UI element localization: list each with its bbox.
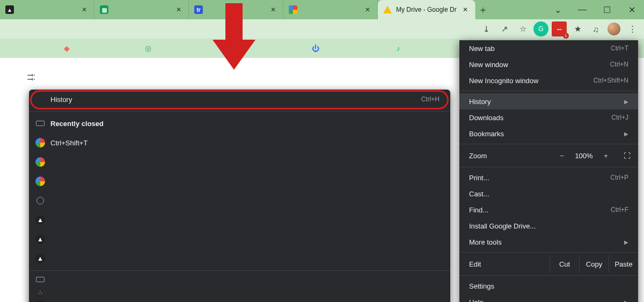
menu-more-tools[interactable]: More tools ▶ bbox=[459, 234, 638, 250]
laptop-icon bbox=[35, 275, 45, 284]
restore-shortcut: Ctrl+Shift+T bbox=[50, 139, 87, 147]
menu-install-drive[interactable]: Install Google Drive... bbox=[459, 218, 638, 234]
star-icon[interactable]: ☆ bbox=[515, 21, 530, 36]
extension-grammarly-icon[interactable]: G bbox=[533, 21, 548, 36]
chevron-right-icon: ▶ bbox=[624, 299, 628, 303]
tab-5-label: My Drive - Google Dr bbox=[396, 6, 457, 13]
close-icon[interactable]: ✕ bbox=[174, 5, 183, 14]
zoom-label: Zoom bbox=[459, 152, 552, 160]
paste-button[interactable]: Paste bbox=[609, 255, 638, 273]
dropdown-icon[interactable]: ⌄ bbox=[545, 0, 570, 19]
zoom-out-button[interactable]: − bbox=[552, 152, 572, 160]
favicon-asana-icon: ∴ bbox=[35, 288, 45, 297]
new-tab-button[interactable]: ＋ bbox=[475, 0, 491, 19]
tab-5-active[interactable]: My Drive - Google Dr ✕ bbox=[378, 0, 475, 19]
menu-shortcut: Ctrl+Shift+N bbox=[594, 77, 628, 84]
other-device-item[interactable]: ▲ bbox=[29, 299, 450, 302]
menu-label: Help bbox=[469, 298, 484, 303]
close-icon[interactable]: ✕ bbox=[363, 5, 372, 14]
menu-bookmarks[interactable]: Bookmarks ▶ bbox=[459, 126, 638, 142]
other-device-item[interactable] bbox=[29, 273, 450, 286]
menu-new-window[interactable]: New window Ctrl+N bbox=[459, 56, 638, 72]
minimize-button[interactable]: — bbox=[570, 0, 595, 19]
menu-label: More tools bbox=[469, 238, 502, 246]
menu-separator bbox=[29, 111, 450, 112]
bookmark-power[interactable]: ⏻ bbox=[309, 42, 322, 55]
page-options-button[interactable] bbox=[20, 69, 42, 86]
menu-find[interactable]: Find... Ctrl+F bbox=[459, 202, 638, 218]
tab-4[interactable]: ✕ bbox=[283, 0, 378, 19]
close-icon[interactable]: ✕ bbox=[269, 5, 277, 14]
zoom-value: 100% bbox=[572, 152, 596, 160]
recently-closed-label: Recently closed bbox=[50, 120, 104, 128]
close-icon[interactable]: ✕ bbox=[80, 5, 89, 14]
window-controls: ⌄ — ☐ ✕ bbox=[545, 0, 644, 19]
bookmark-asana[interactable]: ◆ bbox=[60, 42, 73, 55]
menu-settings[interactable]: Settings bbox=[459, 278, 638, 294]
favicon-google-icon bbox=[35, 138, 45, 148]
favicon-aa-icon: ▲ bbox=[35, 215, 45, 225]
chrome-main-menu: New tab Ctrl+T New window Ctrl+N New Inc… bbox=[459, 40, 638, 302]
browser-tab-strip: ▲ ✕ ▤ ✕ tr ✕ ✕ My Drive - Google Dr ✕ ＋ … bbox=[0, 0, 644, 19]
menu-shortcut: Ctrl+P bbox=[610, 174, 628, 181]
menu-label: New Incognito window bbox=[469, 77, 538, 85]
share-icon[interactable]: ↗ bbox=[497, 21, 512, 36]
favicon-tr-icon: tr bbox=[194, 5, 203, 14]
bookmark-whirl[interactable]: ◎ bbox=[142, 42, 155, 55]
recently-closed-item[interactable] bbox=[29, 191, 450, 210]
menu-label: History bbox=[469, 98, 491, 106]
history-menu-item[interactable]: History Ctrl+H bbox=[29, 90, 450, 109]
menu-history[interactable]: History ▶ bbox=[459, 93, 638, 109]
fullscreen-button[interactable]: ⛶ bbox=[616, 152, 638, 160]
menu-shortcut: Ctrl+N bbox=[610, 61, 628, 68]
menu-new-tab[interactable]: New tab Ctrl+T bbox=[459, 40, 638, 56]
other-device-item[interactable]: ∴ bbox=[29, 286, 450, 299]
media-control-icon[interactable]: ♫ bbox=[588, 21, 603, 36]
tab-2[interactable]: ▤ ✕ bbox=[94, 0, 189, 19]
copy-button[interactable]: Copy bbox=[579, 255, 609, 273]
tab-3[interactable]: tr ✕ bbox=[189, 0, 283, 19]
recently-closed-item[interactable] bbox=[29, 152, 450, 172]
menu-new-incognito[interactable]: New Incognito window Ctrl+Shift+N bbox=[459, 72, 638, 89]
menu-print[interactable]: Print... Ctrl+P bbox=[459, 170, 638, 186]
window-close-button[interactable]: ✕ bbox=[619, 0, 644, 19]
menu-separator bbox=[29, 270, 450, 271]
chrome-menu-button[interactable]: ⋮ bbox=[625, 21, 640, 36]
recently-closed-item[interactable] bbox=[29, 172, 450, 191]
menu-shortcut: Ctrl+J bbox=[611, 114, 628, 121]
menu-separator bbox=[459, 252, 638, 253]
recently-closed-item[interactable]: Ctrl+Shift+T bbox=[29, 133, 450, 152]
download-icon[interactable]: ⤓ bbox=[479, 21, 494, 36]
menu-label: Find... bbox=[469, 206, 488, 214]
browser-toolbar: ⤓ ↗ ☆ G ••• ★ ♫ ⋮ bbox=[0, 19, 644, 39]
recently-closed-header: Recently closed bbox=[29, 114, 450, 133]
recently-closed-item[interactable]: ▲ bbox=[29, 249, 450, 268]
zoom-in-button[interactable]: + bbox=[596, 152, 616, 160]
extension-lastpass-icon[interactable]: ••• bbox=[552, 21, 567, 36]
history-label: History bbox=[50, 95, 72, 104]
sliders-icon bbox=[26, 72, 36, 82]
tab-1[interactable]: ▲ ✕ bbox=[0, 0, 94, 19]
menu-label: Print... bbox=[469, 174, 489, 182]
recently-closed-item[interactable]: ▲ bbox=[29, 210, 450, 230]
menu-help[interactable]: Help ▶ bbox=[459, 294, 638, 302]
maximize-button[interactable]: ☐ bbox=[595, 0, 619, 19]
favicon-aa-icon: ▲ bbox=[5, 5, 14, 14]
bookmark-todoist[interactable]: ✓ bbox=[223, 42, 236, 55]
cut-button[interactable]: Cut bbox=[550, 255, 579, 273]
extensions-puzzle-icon[interactable]: ★ bbox=[570, 21, 585, 36]
menu-label: New window bbox=[469, 61, 508, 69]
menu-downloads[interactable]: Downloads Ctrl+J bbox=[459, 109, 638, 126]
favicon-google-icon bbox=[35, 157, 45, 167]
menu-edit-row: Edit Cut Copy Paste bbox=[459, 255, 638, 273]
bookmark-spotify[interactable]: ♪ bbox=[392, 42, 405, 55]
recently-closed-item[interactable]: ▲ bbox=[29, 230, 450, 249]
menu-separator bbox=[459, 91, 638, 91]
favicon-aa-icon: ▲ bbox=[35, 234, 45, 244]
menu-zoom-row: Zoom − 100% + ⛶ bbox=[459, 146, 638, 165]
menu-separator bbox=[459, 167, 638, 167]
profile-avatar[interactable] bbox=[606, 21, 621, 36]
close-icon[interactable]: ✕ bbox=[461, 5, 470, 14]
history-submenu: History Ctrl+H Recently closed Ctrl+Shif… bbox=[29, 90, 450, 302]
menu-cast[interactable]: Cast... bbox=[459, 186, 638, 202]
